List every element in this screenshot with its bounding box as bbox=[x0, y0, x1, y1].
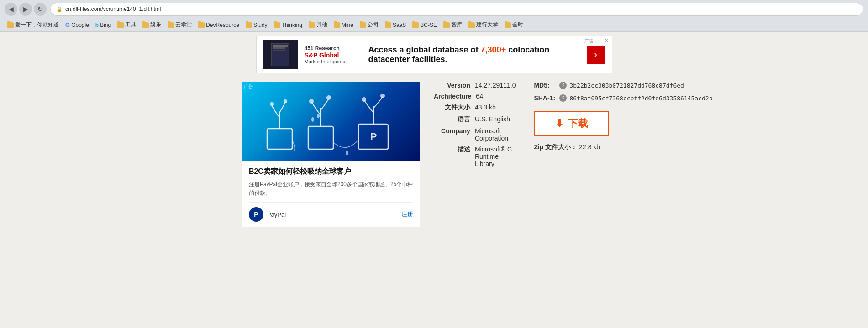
nav-buttons: ◀ ▶ ↻ bbox=[5, 3, 47, 16]
desc-row: 描述 Microsoft® C Runtime Library bbox=[434, 146, 516, 167]
refresh-button[interactable]: ↻ bbox=[34, 3, 47, 16]
bookmark-devresource[interactable]: DevResource bbox=[195, 21, 242, 29]
sha1-value: 86f8af095cf7368ccbff2d0fd6d33586145acd2b bbox=[569, 95, 712, 102]
paypal-banner: P 广告 bbox=[242, 82, 420, 227]
md5-help-icon[interactable]: ? bbox=[559, 82, 567, 89]
paypal-brand: PayPal bbox=[267, 211, 286, 218]
size-row: 文件大小 43.3 kb bbox=[434, 104, 516, 112]
bookmark-label: 娱乐 bbox=[150, 21, 161, 29]
zip-value: 22.8 kb bbox=[579, 143, 600, 151]
bookmark-saas[interactable]: SaaS bbox=[382, 21, 409, 29]
svg-point-15 bbox=[346, 151, 348, 155]
bookmark-company[interactable]: 公司 bbox=[357, 20, 381, 30]
size-value: 43.3 kb bbox=[475, 104, 496, 111]
bookmark-thinking[interactable]: Thinking bbox=[271, 21, 305, 29]
folder-icon bbox=[168, 22, 174, 28]
download-button[interactable]: ⬇ 下载 bbox=[534, 111, 609, 136]
arch-value: 64 bbox=[476, 93, 483, 100]
bookmark-label: 工具 bbox=[125, 21, 136, 29]
left-column: P 广告 bbox=[156, 82, 420, 227]
version-row: Version 14.27.29111.0 bbox=[434, 82, 516, 89]
svg-rect-0 bbox=[267, 129, 292, 149]
folder-icon bbox=[385, 22, 391, 28]
bookmark-library[interactable]: 智库 bbox=[441, 20, 465, 30]
lock-icon: 🔒 bbox=[56, 6, 63, 12]
version-value: 14.27.29111.0 bbox=[475, 82, 516, 89]
ad-label: 广告 bbox=[584, 38, 594, 44]
ad-451-text: 451 Research bbox=[305, 45, 359, 52]
paypal-footer: P PayPal 注册 bbox=[249, 202, 413, 222]
svg-point-2 bbox=[270, 102, 274, 106]
version-label: Version bbox=[434, 82, 475, 89]
folder-icon bbox=[443, 22, 450, 28]
md5-row: MD5: ? 3b22b2ec303b0721827dd768c87df6ed bbox=[534, 82, 712, 89]
bookmark-label: Thinking bbox=[282, 22, 302, 28]
bookmark-cloud[interactable]: 云学堂 bbox=[165, 20, 195, 30]
bookmark-study[interactable]: Study bbox=[243, 21, 270, 29]
bookmark-tools[interactable]: 工具 bbox=[115, 20, 139, 30]
ad-arrow-button[interactable]: › bbox=[587, 46, 605, 64]
arch-row: Architecture 64 bbox=[434, 93, 516, 100]
bookmark-label: Study bbox=[253, 22, 268, 28]
sha1-label: SHA-1: bbox=[534, 94, 557, 102]
svg-text:P: P bbox=[370, 131, 377, 142]
svg-point-14 bbox=[380, 94, 385, 98]
ad-close-button[interactable]: ✕ bbox=[605, 38, 608, 43]
company-value: Microsoft Corporation bbox=[475, 127, 516, 142]
paypal-logo-row: P PayPal bbox=[249, 207, 286, 222]
folder-icon bbox=[412, 22, 419, 28]
bookmark-label: 云学堂 bbox=[175, 21, 192, 29]
bookmark-label: DevResource bbox=[206, 22, 239, 28]
bookmark-bing[interactable]: b Bing bbox=[93, 21, 114, 29]
bookmark-bank-univ[interactable]: 建行大学 bbox=[466, 20, 501, 30]
sha1-help-icon[interactable]: ? bbox=[559, 94, 567, 102]
forward-button[interactable]: ▶ bbox=[19, 3, 32, 16]
bookmark-bcse[interactable]: BC-SE bbox=[410, 21, 440, 29]
ad-image bbox=[263, 40, 298, 69]
svg-point-9 bbox=[317, 114, 320, 118]
lang-row: 语言 U.S. English bbox=[434, 115, 516, 124]
browser-chrome: ◀ ▶ ↻ 🔒 cn.dll-files.com/vcruntime140_1.… bbox=[0, 0, 868, 32]
size-label: 文件大小 bbox=[434, 104, 475, 112]
folder-icon bbox=[198, 22, 205, 28]
bookmark-label: 公司 bbox=[368, 21, 379, 29]
bookmark-entertainment[interactable]: 娱乐 bbox=[140, 20, 164, 30]
bookmark-label: 全时 bbox=[512, 21, 523, 29]
address-bar-row: ◀ ▶ ↻ 🔒 cn.dll-files.com/vcruntime140_1.… bbox=[5, 3, 863, 16]
bookmark-label: Bing bbox=[100, 22, 111, 28]
address-bar[interactable]: 🔒 cn.dll-files.com/vcruntime140_1.dll.ht… bbox=[50, 3, 863, 16]
bookmark-label: SaaS bbox=[393, 22, 406, 28]
bookmark-fulltime[interactable]: 全时 bbox=[502, 20, 526, 30]
folder-icon bbox=[7, 22, 14, 28]
bookmark-mine[interactable]: Mine bbox=[331, 21, 356, 29]
svg-point-8 bbox=[311, 117, 314, 122]
bookmark-love[interactable]: 爱一下，你就知道 bbox=[5, 20, 62, 30]
top-ad-banner: 广告 ✕ 451 Research S&P Global Market Inte… bbox=[256, 36, 612, 73]
folder-icon bbox=[505, 22, 511, 28]
bookmark-google[interactable]: G Google bbox=[63, 21, 92, 29]
bookmark-label: 爱一下，你就知道 bbox=[15, 21, 59, 29]
bookmark-label: Mine bbox=[342, 22, 353, 28]
bookmark-other[interactable]: 其他 bbox=[306, 20, 330, 30]
back-button[interactable]: ◀ bbox=[5, 3, 17, 16]
company-row: Company Microsoft Corporation bbox=[434, 127, 516, 142]
lang-value: U.S. English bbox=[475, 115, 510, 123]
file-info-table: Version 14.27.29111.0 Architecture 64 文件… bbox=[434, 82, 516, 167]
svg-point-13 bbox=[362, 97, 366, 102]
ad-logo-area: 451 Research S&P Global Market Intellige… bbox=[305, 45, 359, 64]
desc-label: 描述 bbox=[434, 146, 475, 154]
bookmark-label: 其他 bbox=[316, 21, 327, 29]
folder-icon bbox=[246, 22, 252, 28]
company-label: Company bbox=[434, 127, 475, 135]
banner-ad-label: 广告 bbox=[244, 83, 253, 90]
right-column: Version 14.27.29111.0 Architecture 64 文件… bbox=[434, 82, 713, 227]
sha1-row: SHA-1: ? 86f8af095cf7368ccbff2d0fd6d3358… bbox=[534, 94, 712, 102]
hash-download-area: MD5: ? 3b22b2ec303b0721827dd768c87df6ed … bbox=[534, 82, 712, 167]
download-icon: ⬇ bbox=[555, 118, 563, 130]
zip-size-row: Zip 文件大小： 22.8 kb bbox=[534, 143, 712, 151]
paypal-title: B2C卖家如何轻松吸纳全球客户 bbox=[249, 167, 413, 177]
google-icon: G bbox=[65, 21, 70, 28]
paypal-register-link[interactable]: 注册 bbox=[401, 210, 413, 219]
bookmark-label: 智库 bbox=[451, 21, 462, 29]
bing-icon: b bbox=[95, 22, 99, 28]
